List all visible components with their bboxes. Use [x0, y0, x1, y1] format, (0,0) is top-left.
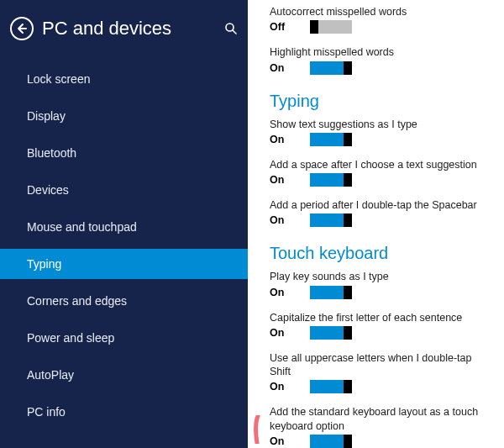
sidebar-item-display[interactable]: Display [0, 101, 248, 131]
setting-state: Off [270, 21, 291, 33]
setting-row: On [270, 133, 489, 146]
setting-label: Show text suggestions as I type [270, 118, 489, 131]
toggle-switch[interactable] [310, 133, 352, 146]
setting-state: On [270, 134, 291, 145]
setting-option: Add a period after I double-tap the Spac… [270, 198, 489, 227]
setting-row: On [270, 213, 489, 227]
sidebar-list: Lock screenDisplayBluetoothDevicesMouse … [0, 64, 248, 427]
sidebar: PC and devices Lock screenDisplayBluetoo… [0, 0, 248, 448]
toggle-switch[interactable] [310, 61, 352, 75]
setting-label: Play key sounds as I type [270, 270, 489, 283]
setting-option: Play key sounds as I typeOn [270, 270, 489, 298]
sidebar-item-pc-info[interactable]: PC info [0, 397, 248, 427]
sidebar-item-autoplay[interactable]: AutoPlay [0, 360, 248, 390]
setting-state: On [270, 287, 291, 298]
section-title: Typing [270, 92, 489, 111]
back-arrow-icon [16, 23, 28, 34]
setting-state: On [270, 435, 291, 447]
setting-label: Capitalize the first letter of each sent… [270, 311, 489, 324]
setting-option: Add the standard keyboard layout as a to… [270, 405, 489, 448]
sidebar-header: PC and devices [0, 0, 248, 55]
page-title: PC and devices [42, 18, 171, 40]
main-panel: Autocorrect misspelled wordsOffHighlight… [248, 0, 504, 448]
setting-label: Add the standard keyboard layout as a to… [270, 405, 489, 433]
svg-line-1 [233, 30, 236, 34]
back-button[interactable] [10, 17, 34, 40]
toggle-switch[interactable] [310, 380, 352, 393]
setting-row: On [270, 380, 489, 393]
setting-row: On [270, 173, 489, 187]
section-title: Touch keyboard [270, 244, 489, 263]
setting-row: On [270, 286, 489, 299]
sidebar-item-lock-screen[interactable]: Lock screen [0, 64, 248, 94]
setting-row: Off [270, 20, 489, 34]
toggle-switch[interactable] [310, 326, 352, 340]
toggle-switch[interactable] [310, 213, 352, 227]
toggle-switch[interactable] [310, 286, 352, 299]
setting-label: Add a period after I double-tap the Spac… [270, 198, 489, 212]
sidebar-item-power-and-sleep[interactable]: Power and sleep [0, 323, 248, 353]
setting-state: On [270, 214, 291, 226]
sidebar-item-corners-and-edges[interactable]: Corners and edges [0, 286, 248, 316]
setting-row: On [270, 326, 489, 340]
sidebar-item-typing[interactable]: Typing [0, 249, 248, 279]
setting-state: On [270, 381, 291, 393]
setting-option: Use all uppercase letters when I double-… [270, 351, 489, 394]
sidebar-item-devices[interactable]: Devices [0, 175, 248, 205]
sidebar-item-bluetooth[interactable]: Bluetooth [0, 138, 248, 168]
setting-option: Capitalize the first letter of each sent… [270, 311, 489, 340]
toggle-switch[interactable] [310, 173, 352, 187]
setting-option: Autocorrect misspelled wordsOff [270, 5, 489, 34]
setting-state: On [270, 174, 291, 186]
search-icon [224, 22, 238, 35]
setting-row: On [270, 435, 489, 448]
setting-label: Use all uppercase letters when I double-… [270, 351, 489, 379]
setting-label: Add a space after I choose a text sugges… [270, 158, 489, 171]
setting-label: Autocorrect misspelled words [270, 5, 489, 18]
setting-label: Highlight misspelled words [270, 45, 489, 59]
sidebar-item-mouse-and-touchpad[interactable]: Mouse and touchpad [0, 212, 248, 242]
setting-option: Show text suggestions as I typeOn [270, 118, 489, 146]
setting-row: On [270, 61, 489, 75]
setting-option: Add a space after I choose a text sugges… [270, 158, 489, 187]
setting-state: On [270, 62, 291, 74]
setting-option: Highlight misspelled wordsOn [270, 45, 489, 74]
toggle-switch[interactable] [310, 435, 352, 448]
setting-state: On [270, 327, 291, 339]
toggle-switch[interactable] [310, 20, 352, 34]
search-button[interactable] [224, 22, 238, 35]
